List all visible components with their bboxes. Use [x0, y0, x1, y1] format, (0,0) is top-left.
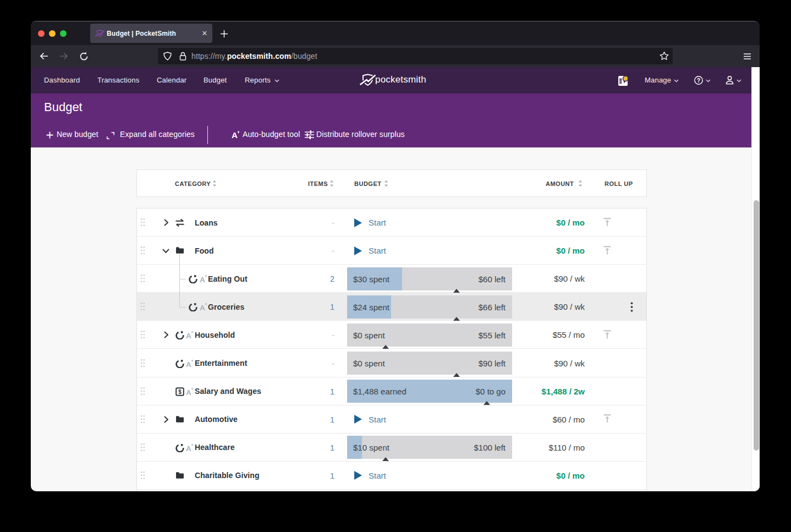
svg-text:$: $	[178, 389, 182, 395]
svg-text:A: A	[232, 130, 238, 139]
svg-text:A: A	[186, 332, 191, 339]
svg-text:A: A	[186, 388, 191, 396]
svg-text:A: A	[186, 360, 191, 368]
svg-text:A: A	[200, 276, 205, 283]
svg-text:A: A	[200, 304, 205, 311]
svg-text:?: ?	[697, 77, 700, 84]
svg-text:A: A	[186, 445, 191, 452]
